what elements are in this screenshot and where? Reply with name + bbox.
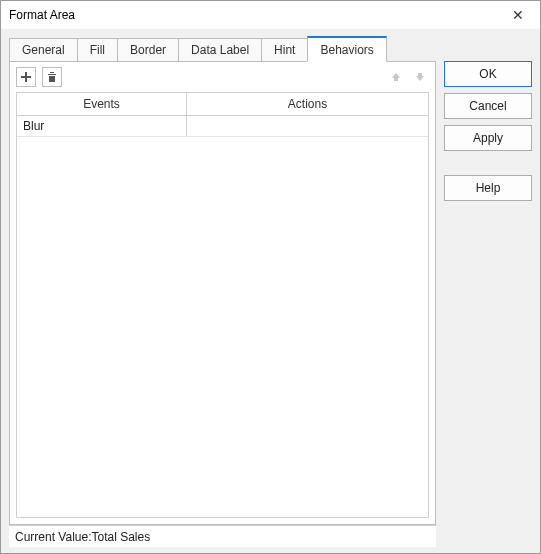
tab-hint[interactable]: Hint: [261, 38, 308, 61]
tab-general[interactable]: General: [9, 38, 78, 61]
cell-action[interactable]: [187, 116, 428, 136]
table-row[interactable]: Blur: [17, 116, 428, 137]
cancel-button[interactable]: Cancel: [444, 93, 532, 119]
move-down-button[interactable]: [411, 68, 429, 86]
help-button[interactable]: Help: [444, 175, 532, 201]
titlebar: Format Area ✕: [1, 1, 540, 29]
dialog-body: General Fill Border Data Label Hint Beha…: [1, 29, 540, 553]
ok-button[interactable]: OK: [444, 61, 532, 87]
status-label: Current Value:: [15, 530, 91, 544]
move-up-button[interactable]: [387, 68, 405, 86]
tab-fill[interactable]: Fill: [77, 38, 118, 61]
window-title: Format Area: [9, 8, 500, 22]
main-column: General Fill Border Data Label Hint Beha…: [9, 35, 436, 547]
table-body: Blur: [17, 116, 428, 517]
behaviors-panel: Events Actions Blur: [9, 61, 436, 525]
arrow-up-icon: [390, 71, 402, 83]
header-events[interactable]: Events: [17, 93, 187, 115]
trash-icon: [46, 71, 58, 83]
status-bar: Current Value:Total Sales: [9, 525, 436, 547]
tab-border[interactable]: Border: [117, 38, 179, 61]
plus-icon: [20, 71, 32, 83]
delete-button[interactable]: [42, 67, 62, 87]
format-area-dialog: Format Area ✕ General Fill Border Data L…: [0, 0, 541, 554]
apply-button[interactable]: Apply: [444, 125, 532, 151]
add-button[interactable]: [16, 67, 36, 87]
button-column: OK Cancel Apply Help: [444, 35, 532, 547]
behaviors-toolbar: [10, 62, 435, 92]
header-actions[interactable]: Actions: [187, 93, 428, 115]
tab-strip: General Fill Border Data Label Hint Beha…: [9, 35, 436, 61]
button-gap: [444, 157, 532, 169]
tab-data-label[interactable]: Data Label: [178, 38, 262, 61]
table-header: Events Actions: [17, 93, 428, 116]
arrow-down-icon: [414, 71, 426, 83]
tab-behaviors[interactable]: Behaviors: [307, 36, 386, 62]
behaviors-table: Events Actions Blur: [16, 92, 429, 518]
close-button[interactable]: ✕: [500, 3, 536, 27]
close-icon: ✕: [512, 7, 524, 23]
cell-event[interactable]: Blur: [17, 116, 187, 136]
status-value: Total Sales: [91, 530, 150, 544]
